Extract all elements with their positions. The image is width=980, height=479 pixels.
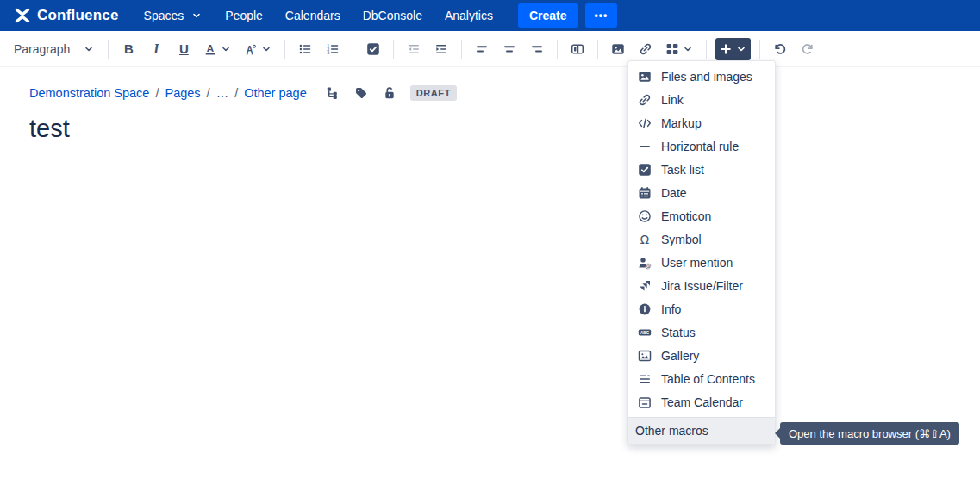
breadcrumb-link-item[interactable]: …: [216, 86, 229, 100]
toolbar-separator: [461, 40, 462, 59]
nav-item-calendars[interactable]: Calendars: [285, 9, 340, 22]
chevron-down-icon: [190, 9, 203, 22]
page-tree-icon[interactable]: [326, 86, 340, 100]
page-title[interactable]: test: [29, 115, 70, 143]
page-layout-button[interactable]: [566, 38, 589, 60]
team-calendar-icon: [638, 395, 652, 409]
align-left-button[interactable]: [471, 38, 493, 60]
menu-item-label: Info: [661, 302, 681, 316]
nav-item-analytics[interactable]: Analytics: [445, 9, 493, 22]
text-color-button[interactable]: A: [200, 38, 235, 60]
menu-item-label: Markup: [661, 116, 702, 130]
italic-glyph: I: [153, 42, 159, 56]
underline-button[interactable]: U: [172, 38, 195, 60]
toolbar-separator: [108, 40, 109, 59]
insert-more-button[interactable]: [715, 38, 751, 60]
task-icon: [366, 42, 380, 56]
menu-item-label: Symbol: [661, 233, 702, 246]
menu-item-horizontal-rule[interactable]: Horizontal rule: [628, 134, 775, 158]
redo-icon: [801, 42, 815, 56]
paragraph-style-select[interactable]: Paragraph: [9, 39, 102, 59]
editor-content-area[interactable]: [0, 67, 980, 479]
undo-button[interactable]: [769, 38, 791, 60]
menu-item-task-list[interactable]: Task list: [628, 158, 775, 181]
toolbar-separator: [353, 40, 353, 59]
chevron-down-icon: [260, 43, 272, 55]
label-tag-icon[interactable]: [354, 86, 368, 100]
menu-item-team-calendar[interactable]: Team Calendar: [628, 390, 775, 414]
menu-item-table-of-contents[interactable]: Table of Contents: [628, 367, 775, 390]
nav-more-button[interactable]: •••: [585, 3, 618, 28]
numbered-list-button[interactable]: 123: [321, 38, 344, 60]
menu-item-emoticon[interactable]: Emoticon: [628, 204, 775, 227]
breadcrumb-link-other-page[interactable]: Other page: [244, 86, 307, 100]
nav-item-label: Spaces: [144, 9, 184, 22]
bold-button[interactable]: B: [117, 38, 140, 60]
nav-item-label: Calendars: [285, 9, 340, 22]
text-styles-icon: A: [244, 42, 258, 56]
menu-item-date[interactable]: Date: [628, 181, 775, 204]
menu-item-user-mention[interactable]: @User mention: [628, 251, 775, 274]
menu-item-info[interactable]: Info: [628, 297, 775, 320]
toolbar-separator: [597, 40, 598, 59]
nav-item-dbconsole[interactable]: DbConsole: [363, 9, 422, 22]
toolbar-separator: [759, 40, 760, 59]
insert-link-button[interactable]: [634, 38, 657, 60]
menu-item-other-macros[interactable]: Other macros: [628, 417, 775, 444]
editor-toolbar: Paragraph BIUAA123: [0, 31, 980, 67]
toolbar-separator: [393, 40, 394, 59]
insert-table-button[interactable]: [662, 38, 697, 60]
svg-text:@: @: [645, 262, 652, 270]
nav-item-label: DbConsole: [363, 9, 422, 22]
toolbar-separator: [557, 40, 558, 59]
image-icon: [638, 70, 652, 84]
status-icon: ABC: [638, 326, 652, 339]
menu-item-label: Other macros: [635, 424, 708, 438]
bullet-list-icon: [298, 42, 312, 56]
menu-item-gallery[interactable]: Gallery: [628, 344, 775, 367]
indent-button[interactable]: [430, 38, 453, 60]
numbered-list-icon: 123: [326, 42, 340, 56]
draft-status-badge: DRAFT: [410, 85, 457, 101]
menu-item-label: Task list: [661, 163, 704, 177]
confluence-home-link[interactable]: Confluence: [14, 7, 119, 24]
nav-item-people[interactable]: People: [225, 9, 263, 22]
menu-item-jira-issue-filter[interactable]: Jira Issue/Filter: [628, 274, 775, 297]
bullet-list-button[interactable]: [294, 38, 316, 60]
emoticon-icon: [638, 209, 652, 223]
breadcrumb: Demonstration Space/Pages/…/Other page D…: [29, 85, 457, 101]
nav-item-spaces[interactable]: Spaces: [144, 9, 203, 22]
menu-item-label: Team Calendar: [661, 395, 743, 409]
menu-item-status[interactable]: ABCStatus: [628, 320, 775, 344]
date-icon: [638, 186, 652, 200]
menu-item-symbol[interactable]: ΩSymbol: [628, 227, 775, 251]
breadcrumb-link-pages[interactable]: Pages: [165, 86, 200, 100]
undo-icon: [773, 42, 787, 56]
breadcrumb-link-demonstration-space[interactable]: Demonstration Space: [29, 86, 149, 100]
menu-item-label: Files and images: [661, 70, 752, 84]
task-list-button[interactable]: [362, 38, 384, 60]
breadcrumb-separator: /: [207, 86, 210, 100]
confluence-logo-icon: [14, 7, 31, 24]
create-button[interactable]: Create: [518, 3, 578, 28]
menu-item-label: Date: [661, 186, 687, 200]
task-icon: [638, 163, 652, 177]
menu-item-markup[interactable]: Markup: [628, 111, 775, 134]
insert-dropdown-menu: Files and imagesLinkMarkupHorizontal rul…: [627, 60, 776, 445]
gallery-icon: [638, 349, 652, 363]
top-navigation-bar: Confluence SpacesPeopleCalendarsDbConsol…: [0, 0, 980, 31]
insert-image-button[interactable]: [607, 38, 629, 60]
tooltip-arrow-icon: [775, 428, 780, 439]
unlocked-icon[interactable]: [383, 86, 396, 100]
horizontal-rule-icon: [638, 140, 652, 153]
chevron-down-icon: [682, 43, 694, 55]
text-styles-button[interactable]: A: [240, 38, 276, 60]
italic-button[interactable]: I: [145, 38, 167, 60]
align-right-button[interactable]: [526, 38, 548, 60]
align-center-button[interactable]: [498, 38, 521, 60]
menu-item-link[interactable]: Link: [628, 88, 775, 111]
menu-item-files-and-images[interactable]: Files and images: [628, 65, 775, 88]
chevron-down-icon: [220, 43, 232, 55]
info-icon: [638, 302, 652, 316]
toolbar-separator: [706, 40, 707, 59]
